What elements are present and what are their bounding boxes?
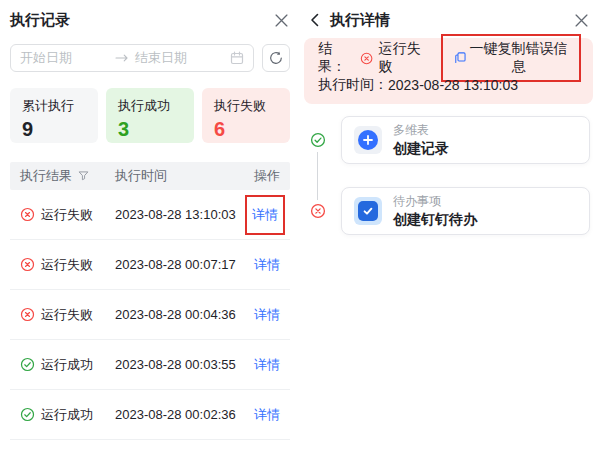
chevron-left-icon <box>310 13 319 27</box>
table-header: 执行结果 执行时间 操作 <box>10 162 290 190</box>
annotation-box: 一键复制错误信息 <box>441 34 581 82</box>
stat-success-card: 执行成功 3 <box>106 88 194 143</box>
step-action-name: 创建钉钉待办 <box>393 210 477 228</box>
status-cell: 运行成功 <box>20 356 115 374</box>
status-cell: 运行成功 <box>20 406 115 424</box>
end-date-placeholder: 结束日期 <box>135 49 224 67</box>
back-button[interactable] <box>310 13 324 27</box>
stat-total-value: 9 <box>22 118 86 140</box>
time-cell: 2023-08-28 00:04:36 <box>115 307 244 322</box>
time-cell: 2023-08-28 00:02:36 <box>115 407 244 422</box>
filter-funnel-icon[interactable] <box>78 171 89 181</box>
todo-app-icon <box>354 197 382 225</box>
table-row: 运行成功 2023-08-28 00:03:55 详情 <box>10 340 290 390</box>
checkbox-check-icon <box>358 201 378 221</box>
step-app-name: 待办事项 <box>393 194 477 208</box>
column-action-label: 操作 <box>244 167 280 185</box>
result-line: 结果： 运行失败 一键复制错误信息 <box>318 46 581 70</box>
records-header: 执行记录 <box>10 10 290 30</box>
column-result-label: 执行结果 <box>20 167 72 185</box>
close-icon[interactable] <box>272 11 290 29</box>
records-title: 执行记录 <box>10 10 70 30</box>
refresh-button[interactable] <box>262 44 290 72</box>
table-row: 运行失败 2023-08-28 13:10:03 详情 <box>10 190 290 240</box>
arrow-right-icon <box>115 54 129 62</box>
step-success-icon <box>310 132 326 148</box>
copy-error-button[interactable]: 一键复制错误信息 <box>454 40 568 76</box>
run-success-icon <box>20 357 35 372</box>
column-result: 执行结果 <box>20 167 115 185</box>
step-action-name: 创建记录 <box>393 139 449 157</box>
status-text: 运行失败 <box>41 306 93 324</box>
plus-icon <box>358 130 378 150</box>
execution-time-value: 2023-08-28 13:10:03 <box>388 77 518 93</box>
action-cell: 详情 <box>244 204 280 226</box>
timeline-connector <box>317 152 318 200</box>
table-row: 运行成功 2023-08-28 00:02:36 详情 <box>10 390 290 440</box>
run-failed-icon <box>20 257 35 272</box>
close-x-icon <box>575 14 588 27</box>
detail-title: 执行详情 <box>330 10 390 30</box>
action-cell: 详情 <box>244 256 280 274</box>
run-failed-icon <box>20 207 35 222</box>
stat-failed-value: 6 <box>214 118 278 140</box>
time-cell: 2023-08-28 00:03:55 <box>115 357 244 372</box>
detail-link[interactable]: 详情 <box>254 306 280 324</box>
run-failed-icon <box>20 307 35 322</box>
close-x-icon <box>275 14 288 27</box>
workflow-step: 待办事项 创建钉钉待办 <box>310 187 590 235</box>
bitable-app-icon <box>354 126 382 154</box>
result-label: 结果： <box>318 40 355 76</box>
step-card[interactable]: 待办事项 创建钉钉待办 <box>341 187 590 235</box>
result-status-text: 运行失败 <box>378 40 427 76</box>
step-app-name: 多维表 <box>393 123 449 137</box>
status-cell: 运行失败 <box>20 306 115 324</box>
stat-failed-label: 执行失败 <box>214 97 278 115</box>
step-failed-icon <box>310 203 326 219</box>
status-cell: 运行失败 <box>20 256 115 274</box>
result-status: 运行失败 <box>360 40 427 76</box>
detail-link[interactable]: 详情 <box>254 356 280 374</box>
records-table: 执行结果 执行时间 操作 运行失败 2023-08-28 13:10:03 详情 <box>10 162 290 440</box>
date-range-input[interactable]: 开始日期 结束日期 <box>10 44 254 72</box>
close-icon[interactable] <box>572 11 590 29</box>
detail-link[interactable]: 详情 <box>254 256 280 274</box>
execution-time-label: 执行时间： <box>318 76 388 94</box>
step-card[interactable]: 多维表 创建记录 <box>341 116 590 164</box>
stat-total-label: 累计执行 <box>22 97 86 115</box>
stat-failed-card: 执行失败 6 <box>202 88 290 143</box>
annotation-box: 详情 <box>245 195 285 235</box>
status-cell: 运行失败 <box>20 206 115 224</box>
stat-total-card: 累计执行 9 <box>10 88 98 143</box>
workflow-timeline: 多维表 创建记录 待办事项 创建钉 <box>310 116 590 235</box>
workflow-step: 多维表 创建记录 <box>310 116 590 164</box>
stat-success-label: 执行成功 <box>118 97 182 115</box>
time-cell: 2023-08-28 13:10:03 <box>115 207 244 222</box>
start-date-placeholder: 开始日期 <box>20 49 109 67</box>
run-success-icon <box>20 407 35 422</box>
action-cell: 详情 <box>244 406 280 424</box>
stat-success-value: 3 <box>118 118 182 140</box>
step-texts: 多维表 创建记录 <box>393 123 449 157</box>
detail-header: 执行详情 <box>310 10 590 30</box>
action-cell: 详情 <box>244 356 280 374</box>
step-status <box>310 132 326 148</box>
status-text: 运行成功 <box>41 356 93 374</box>
result-summary-box: 结果： 运行失败 一键复制错误信息 执行时间： <box>304 38 593 104</box>
copy-icon <box>454 51 466 65</box>
step-texts: 待办事项 创建钉钉待办 <box>393 194 477 228</box>
execution-records-panel: 执行记录 开始日期 结束日期 <box>0 0 300 452</box>
calendar-icon <box>230 51 244 65</box>
detail-link[interactable]: 详情 <box>254 406 280 424</box>
date-filter-row: 开始日期 结束日期 <box>10 44 290 72</box>
action-cell: 详情 <box>244 306 280 324</box>
status-text: 运行成功 <box>41 406 93 424</box>
table-row: 运行失败 2023-08-28 00:07:17 详情 <box>10 240 290 290</box>
execution-detail-panel: 执行详情 结果： 运行失败 <box>300 0 600 452</box>
copy-error-label: 一键复制错误信息 <box>469 40 568 76</box>
time-cell: 2023-08-28 00:07:17 <box>115 257 244 272</box>
run-failed-icon <box>360 51 373 66</box>
detail-link[interactable]: 详情 <box>252 206 278 224</box>
automation-run-dialog: 执行记录 开始日期 结束日期 <box>0 0 600 452</box>
status-text: 运行失败 <box>41 206 93 224</box>
